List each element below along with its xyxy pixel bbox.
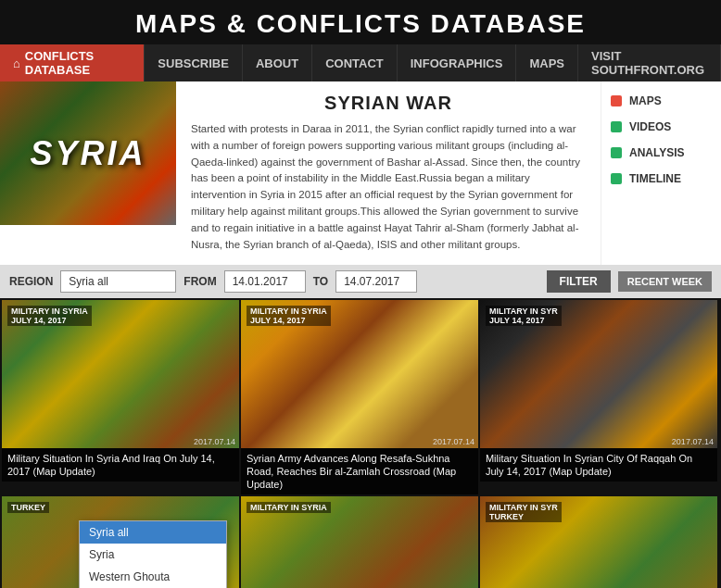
region-label: REGION xyxy=(9,275,53,288)
sidebar-timeline-label: TIMELINE xyxy=(629,172,681,185)
map-date-2: 2017.07.14 xyxy=(433,437,474,446)
conflict-title: SYRIAN WAR xyxy=(191,93,586,114)
map-item-5[interactable]: MILITARY IN SYRIA 2017.07.13 xyxy=(241,496,478,588)
region-select-wrapper: Syria all Syria Western Ghouta Eeastern … xyxy=(60,270,176,293)
filter-bar: REGION Syria all Syria Western Ghouta Ee… xyxy=(0,265,721,298)
nav-contact-label: CONTACT xyxy=(325,56,384,70)
sidebar-item-analysis[interactable]: ANALYSIS xyxy=(611,146,712,159)
map-item-2[interactable]: MILITARY IN SYRIAJULY 14, 2017 2017.07.1… xyxy=(241,300,478,495)
site-header: MAPS & CONFLICTS DATABASE xyxy=(0,0,721,44)
map-overlay-6: MILITARY IN SYRTURKEY xyxy=(486,502,562,522)
nav-conflicts-database[interactable]: ⌂ CONFLICTS DATABASE xyxy=(0,44,145,81)
sidebar-item-videos[interactable]: VIDEOS xyxy=(611,120,712,133)
to-date-input[interactable] xyxy=(335,270,417,293)
map-thumb-3: MILITARY IN SYRJULY 14, 2017 2017.07.14 xyxy=(480,300,717,448)
map-overlay-3: MILITARY IN SYRJULY 14, 2017 xyxy=(486,306,562,326)
maps-dot-icon xyxy=(611,95,622,106)
map-item-6[interactable]: MILITARY IN SYRTURKEY 2017.07.12 xyxy=(480,496,717,588)
recent-week-button[interactable]: RECENT WEEK xyxy=(618,271,712,292)
map-item-1[interactable]: MILITARY IN SYRIAJULY 14, 2017 2017.07.1… xyxy=(2,300,239,495)
to-label: TO xyxy=(313,275,328,288)
map-date-1: 2017.07.14 xyxy=(194,437,235,446)
sidebar-analysis-label: ANALYSIS xyxy=(629,146,685,159)
videos-dot-icon xyxy=(611,121,622,132)
nav-maps[interactable]: MAPS xyxy=(516,44,578,81)
dropdown-option-western-ghouta[interactable]: Western Ghouta xyxy=(80,566,226,588)
analysis-dot-icon xyxy=(611,147,622,158)
sidebar-videos-label: VIDEOS xyxy=(629,120,671,133)
from-label: FROM xyxy=(183,275,216,288)
sidebar-item-maps[interactable]: MAPS xyxy=(611,94,712,107)
map-overlay-4: TURKEY xyxy=(7,502,49,513)
site-title: MAPS & CONFLICTS DATABASE xyxy=(0,9,721,39)
syria-image: SYRIA xyxy=(0,81,176,225)
map-caption-1: Military Situation In Syria And Iraq On … xyxy=(2,448,239,482)
dropdown-option-syria-all[interactable]: Syria all xyxy=(80,521,226,544)
region-select[interactable]: Syria all Syria Western Ghouta Eeastern … xyxy=(60,270,176,293)
nav-subscribe-label: SUBSCRIBE xyxy=(158,56,229,70)
conflict-description: SYRIAN WAR Started with protests in Dara… xyxy=(176,81,601,265)
map-item-3[interactable]: MILITARY IN SYRJULY 14, 2017 2017.07.14 … xyxy=(480,300,717,495)
main-content: SYRIA SYRIAN WAR Started with protests i… xyxy=(0,81,721,265)
filter-button[interactable]: FILTER xyxy=(547,270,611,293)
map-section: Syria all Syria Western Ghouta Eeastern … xyxy=(0,298,721,589)
map-thumb-1: MILITARY IN SYRIAJULY 14, 2017 2017.07.1… xyxy=(2,300,239,448)
main-nav: ⌂ CONFLICTS DATABASE SUBSCRIBE ABOUT CON… xyxy=(0,44,721,81)
nav-maps-label: MAPS xyxy=(529,56,564,70)
map-overlay-2: MILITARY IN SYRIAJULY 14, 2017 xyxy=(247,306,331,326)
nav-visit-southfront[interactable]: VISIT SOUTHFRONT.ORG xyxy=(578,44,721,81)
conflict-text: Started with protests in Daraa in 2011, … xyxy=(191,121,586,254)
map-thumb-2: MILITARY IN SYRIAJULY 14, 2017 2017.07.1… xyxy=(241,300,478,448)
timeline-dot-icon xyxy=(611,173,622,184)
map-overlay-5: MILITARY IN SYRIA xyxy=(247,502,331,513)
from-date-input[interactable] xyxy=(224,270,306,293)
syria-image-label: SYRIA xyxy=(30,134,145,173)
region-dropdown[interactable]: Syria all Syria Western Ghouta Eeastern … xyxy=(79,520,227,589)
nav-visit-label: VISIT SOUTHFRONT.ORG xyxy=(591,49,707,77)
sidebar-item-timeline[interactable]: TIMELINE xyxy=(611,172,712,185)
nav-subscribe[interactable]: SUBSCRIBE xyxy=(145,44,243,81)
map-thumb-6: MILITARY IN SYRTURKEY 2017.07.12 xyxy=(480,496,717,588)
nav-about-label: ABOUT xyxy=(256,56,298,70)
dropdown-option-syria[interactable]: Syria xyxy=(80,544,226,566)
map-caption-3: Military Situation In Syrian City Of Raq… xyxy=(480,448,717,482)
map-thumb-5: MILITARY IN SYRIA 2017.07.13 xyxy=(241,496,478,588)
nav-contact[interactable]: CONTACT xyxy=(312,44,398,81)
right-sidebar: MAPS VIDEOS ANALYSIS TIMELINE xyxy=(601,81,721,265)
sidebar-maps-label: MAPS xyxy=(629,94,662,107)
map-date-3: 2017.07.14 xyxy=(672,437,714,446)
nav-conflicts-label: CONFLICTS DATABASE xyxy=(25,49,132,77)
map-overlay-1: MILITARY IN SYRIAJULY 14, 2017 xyxy=(7,306,92,326)
map-caption-2: Syrian Army Advances Along Resafa-Sukhna… xyxy=(241,448,478,495)
nav-infographics-label: INFOGRAPHICS xyxy=(411,56,503,70)
nav-infographics[interactable]: INFOGRAPHICS xyxy=(398,44,517,81)
home-icon: ⌂ xyxy=(13,56,20,70)
nav-about[interactable]: ABOUT xyxy=(243,44,312,81)
